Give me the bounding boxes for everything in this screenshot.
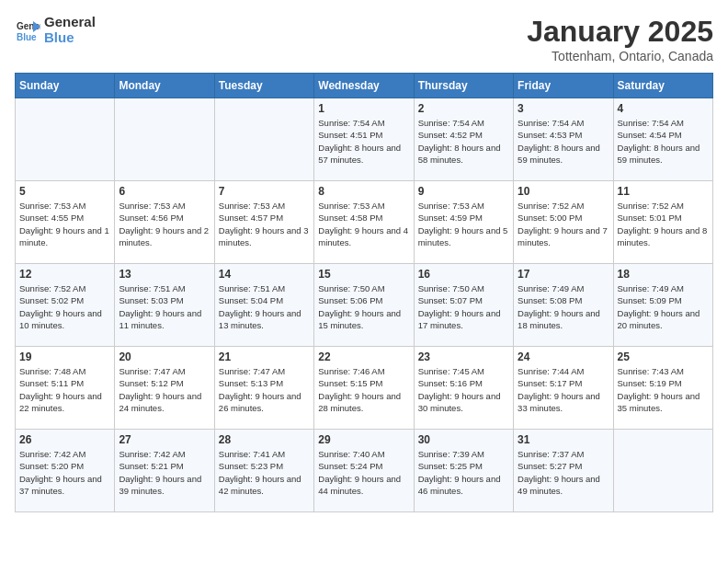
weekday-header: Saturday xyxy=(613,74,712,98)
calendar-day-cell: 30Sunrise: 7:39 AM Sunset: 5:25 PM Dayli… xyxy=(414,430,513,512)
day-info: Sunrise: 7:50 AM Sunset: 5:06 PM Dayligh… xyxy=(318,282,409,331)
day-number: 22 xyxy=(318,350,409,363)
day-info: Sunrise: 7:49 AM Sunset: 5:08 PM Dayligh… xyxy=(518,282,609,331)
weekday-header-row: SundayMondayTuesdayWednesdayThursdayFrid… xyxy=(16,74,713,98)
day-number: 10 xyxy=(518,185,609,198)
day-number: 27 xyxy=(119,433,210,446)
calendar-day-cell: 4Sunrise: 7:54 AM Sunset: 4:54 PM Daylig… xyxy=(613,98,712,181)
calendar-day-cell: 23Sunrise: 7:45 AM Sunset: 5:16 PM Dayli… xyxy=(414,347,513,430)
calendar-week-row: 5Sunrise: 7:53 AM Sunset: 4:55 PM Daylig… xyxy=(16,181,713,264)
day-info: Sunrise: 7:49 AM Sunset: 5:09 PM Dayligh… xyxy=(618,282,709,331)
day-info: Sunrise: 7:40 AM Sunset: 5:24 PM Dayligh… xyxy=(318,448,409,497)
day-info: Sunrise: 7:46 AM Sunset: 5:15 PM Dayligh… xyxy=(318,365,409,414)
calendar-day-cell: 5Sunrise: 7:53 AM Sunset: 4:55 PM Daylig… xyxy=(16,181,115,264)
calendar-table: SundayMondayTuesdayWednesdayThursdayFrid… xyxy=(15,73,713,512)
weekday-header: Tuesday xyxy=(214,74,313,98)
day-info: Sunrise: 7:51 AM Sunset: 5:04 PM Dayligh… xyxy=(219,282,310,331)
month-title: January 2025 xyxy=(527,15,713,49)
day-info: Sunrise: 7:42 AM Sunset: 5:20 PM Dayligh… xyxy=(19,448,110,497)
calendar-day-cell: 28Sunrise: 7:41 AM Sunset: 5:23 PM Dayli… xyxy=(214,430,313,512)
day-number: 8 xyxy=(318,185,409,198)
day-number: 30 xyxy=(418,433,509,446)
calendar-day-cell xyxy=(214,98,313,181)
day-number: 9 xyxy=(418,185,509,198)
day-number: 6 xyxy=(119,185,210,198)
logo-general: General xyxy=(44,14,96,29)
calendar-day-cell: 10Sunrise: 7:52 AM Sunset: 5:00 PM Dayli… xyxy=(514,181,613,264)
calendar-day-cell: 19Sunrise: 7:48 AM Sunset: 5:11 PM Dayli… xyxy=(16,347,115,430)
svg-text:Blue: Blue xyxy=(17,32,37,42)
calendar-day-cell: 25Sunrise: 7:43 AM Sunset: 5:19 PM Dayli… xyxy=(613,347,712,430)
calendar-day-cell: 7Sunrise: 7:53 AM Sunset: 4:57 PM Daylig… xyxy=(214,181,313,264)
calendar-day-cell: 26Sunrise: 7:42 AM Sunset: 5:20 PM Dayli… xyxy=(16,430,115,512)
day-info: Sunrise: 7:52 AM Sunset: 5:01 PM Dayligh… xyxy=(618,200,709,248)
day-info: Sunrise: 7:53 AM Sunset: 4:57 PM Dayligh… xyxy=(219,200,310,248)
day-number: 31 xyxy=(518,433,609,446)
calendar-day-cell: 2Sunrise: 7:54 AM Sunset: 4:52 PM Daylig… xyxy=(414,98,513,181)
day-info: Sunrise: 7:52 AM Sunset: 5:00 PM Dayligh… xyxy=(518,200,609,248)
day-info: Sunrise: 7:43 AM Sunset: 5:19 PM Dayligh… xyxy=(618,365,709,414)
day-number: 24 xyxy=(518,350,609,363)
calendar-day-cell xyxy=(115,98,214,181)
day-number: 15 xyxy=(318,268,409,281)
day-info: Sunrise: 7:47 AM Sunset: 5:12 PM Dayligh… xyxy=(119,365,210,414)
day-info: Sunrise: 7:52 AM Sunset: 5:02 PM Dayligh… xyxy=(19,282,110,331)
day-number: 26 xyxy=(19,433,110,446)
logo-icon: General Blue xyxy=(15,17,40,43)
day-number: 2 xyxy=(418,102,509,115)
day-info: Sunrise: 7:41 AM Sunset: 5:23 PM Dayligh… xyxy=(219,448,310,497)
page-header: General Blue General Blue January 2025 T… xyxy=(15,15,713,63)
calendar-day-cell: 6Sunrise: 7:53 AM Sunset: 4:56 PM Daylig… xyxy=(115,181,214,264)
day-number: 7 xyxy=(219,185,310,198)
calendar-day-cell: 15Sunrise: 7:50 AM Sunset: 5:06 PM Dayli… xyxy=(314,264,414,347)
day-number: 12 xyxy=(19,268,110,281)
calendar-week-row: 1Sunrise: 7:54 AM Sunset: 4:51 PM Daylig… xyxy=(16,98,713,181)
calendar-day-cell: 20Sunrise: 7:47 AM Sunset: 5:12 PM Dayli… xyxy=(115,347,214,430)
day-number: 17 xyxy=(518,268,609,281)
day-info: Sunrise: 7:54 AM Sunset: 4:53 PM Dayligh… xyxy=(518,117,609,166)
calendar-day-cell xyxy=(16,98,115,181)
calendar-day-cell: 13Sunrise: 7:51 AM Sunset: 5:03 PM Dayli… xyxy=(115,264,214,347)
weekday-header: Wednesday xyxy=(314,74,414,98)
weekday-header: Sunday xyxy=(16,74,115,98)
calendar-day-cell: 11Sunrise: 7:52 AM Sunset: 5:01 PM Dayli… xyxy=(613,181,712,264)
calendar-day-cell: 18Sunrise: 7:49 AM Sunset: 5:09 PM Dayli… xyxy=(613,264,712,347)
day-info: Sunrise: 7:53 AM Sunset: 4:56 PM Dayligh… xyxy=(119,200,210,248)
day-info: Sunrise: 7:54 AM Sunset: 4:51 PM Dayligh… xyxy=(318,117,409,166)
day-info: Sunrise: 7:50 AM Sunset: 5:07 PM Dayligh… xyxy=(418,282,509,331)
day-number: 1 xyxy=(318,102,409,115)
calendar-day-cell: 14Sunrise: 7:51 AM Sunset: 5:04 PM Dayli… xyxy=(214,264,313,347)
calendar-day-cell: 27Sunrise: 7:42 AM Sunset: 5:21 PM Dayli… xyxy=(115,430,214,512)
day-info: Sunrise: 7:54 AM Sunset: 4:52 PM Dayligh… xyxy=(418,117,509,166)
day-number: 18 xyxy=(618,268,709,281)
calendar-day-cell: 17Sunrise: 7:49 AM Sunset: 5:08 PM Dayli… xyxy=(514,264,613,347)
day-number: 23 xyxy=(418,350,509,363)
day-number: 28 xyxy=(219,433,310,446)
day-number: 4 xyxy=(618,102,709,115)
weekday-header: Friday xyxy=(514,74,613,98)
day-info: Sunrise: 7:39 AM Sunset: 5:25 PM Dayligh… xyxy=(418,448,509,497)
weekday-header: Monday xyxy=(115,74,214,98)
calendar-day-cell: 8Sunrise: 7:53 AM Sunset: 4:58 PM Daylig… xyxy=(314,181,414,264)
day-number: 16 xyxy=(418,268,509,281)
day-info: Sunrise: 7:47 AM Sunset: 5:13 PM Dayligh… xyxy=(219,365,310,414)
weekday-header: Thursday xyxy=(414,74,513,98)
day-number: 20 xyxy=(119,350,210,363)
logo: General Blue General Blue xyxy=(15,15,96,45)
day-info: Sunrise: 7:53 AM Sunset: 4:55 PM Dayligh… xyxy=(19,200,110,248)
day-info: Sunrise: 7:51 AM Sunset: 5:03 PM Dayligh… xyxy=(119,282,210,331)
day-info: Sunrise: 7:48 AM Sunset: 5:11 PM Dayligh… xyxy=(19,365,110,414)
calendar-day-cell: 1Sunrise: 7:54 AM Sunset: 4:51 PM Daylig… xyxy=(314,98,414,181)
calendar-day-cell: 12Sunrise: 7:52 AM Sunset: 5:02 PM Dayli… xyxy=(16,264,115,347)
day-number: 25 xyxy=(618,350,709,363)
day-info: Sunrise: 7:45 AM Sunset: 5:16 PM Dayligh… xyxy=(418,365,509,414)
calendar-day-cell xyxy=(613,430,712,512)
day-info: Sunrise: 7:53 AM Sunset: 4:59 PM Dayligh… xyxy=(418,200,509,248)
calendar-day-cell: 31Sunrise: 7:37 AM Sunset: 5:27 PM Dayli… xyxy=(514,430,613,512)
calendar-day-cell: 9Sunrise: 7:53 AM Sunset: 4:59 PM Daylig… xyxy=(414,181,513,264)
day-number: 29 xyxy=(318,433,409,446)
day-info: Sunrise: 7:42 AM Sunset: 5:21 PM Dayligh… xyxy=(119,448,210,497)
day-number: 19 xyxy=(19,350,110,363)
day-info: Sunrise: 7:37 AM Sunset: 5:27 PM Dayligh… xyxy=(518,448,609,497)
day-number: 21 xyxy=(219,350,310,363)
